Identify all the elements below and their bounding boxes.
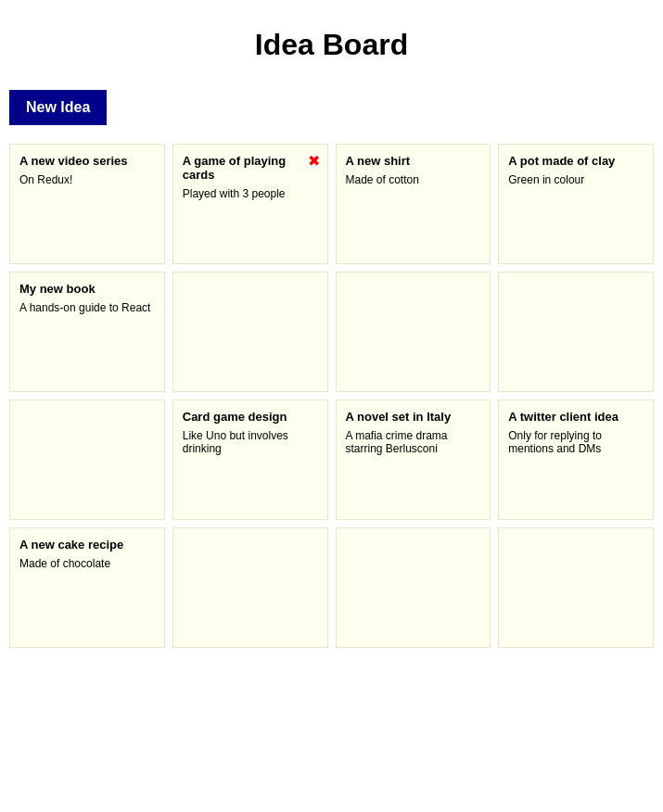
card-6[interactable] xyxy=(172,272,328,392)
card-8[interactable] xyxy=(498,272,654,392)
card-description: Like Uno but involves drinking xyxy=(183,429,318,455)
card-9[interactable] xyxy=(9,400,165,520)
card-14[interactable] xyxy=(172,527,328,648)
card-12[interactable]: A twitter client ideaOnly for replying t… xyxy=(498,400,654,520)
card-title: A new cake recipe xyxy=(19,538,155,552)
card-15[interactable] xyxy=(336,527,491,648)
card-description: Only for replying to mentions and DMs xyxy=(508,429,644,455)
card-description: On Redux! xyxy=(19,173,155,186)
card-16[interactable] xyxy=(498,527,654,648)
card-description: Made of cotton xyxy=(346,173,481,186)
card-5[interactable]: My new bookA hands-on guide to React xyxy=(9,272,165,392)
page-title: Idea Board xyxy=(0,0,663,81)
card-title: A game of playing cards xyxy=(183,154,318,182)
card-description: Made of chocolate xyxy=(19,557,155,570)
toolbar: New Idea xyxy=(0,81,663,144)
card-description: A hands-on guide to React xyxy=(19,301,155,314)
card-title: A novel set in Italy xyxy=(346,410,481,424)
card-title: A new video series xyxy=(19,154,155,168)
card-13[interactable]: A new cake recipeMade of chocolate xyxy=(9,527,165,648)
card-4[interactable]: A pot made of clayGreen in colour xyxy=(498,144,654,264)
card-2[interactable]: A game of playing cardsPlayed with 3 peo… xyxy=(172,144,328,264)
card-title: A twitter client idea xyxy=(508,410,644,424)
card-title: A new shirt xyxy=(346,154,481,168)
card-3[interactable]: A new shirtMade of cotton xyxy=(336,144,491,264)
card-description: A mafia crime drama starring Berlusconi xyxy=(346,429,481,455)
card-7[interactable] xyxy=(336,272,491,392)
card-description: Played with 3 people xyxy=(183,187,318,200)
card-description: Green in colour xyxy=(508,173,644,186)
cards-grid: A new video seriesOn Redux!A game of pla… xyxy=(0,144,663,657)
card-11[interactable]: A novel set in ItalyA mafia crime drama … xyxy=(336,400,491,520)
card-title: My new book xyxy=(19,282,155,296)
card-1[interactable]: A new video seriesOn Redux! xyxy=(9,144,165,264)
card-title: A pot made of clay xyxy=(508,154,644,168)
new-idea-button[interactable]: New Idea xyxy=(9,90,107,125)
card-10[interactable]: Card game designLike Uno but involves dr… xyxy=(172,400,328,520)
cursor-icon: ✖ xyxy=(308,152,320,170)
card-title: Card game design xyxy=(183,410,318,424)
